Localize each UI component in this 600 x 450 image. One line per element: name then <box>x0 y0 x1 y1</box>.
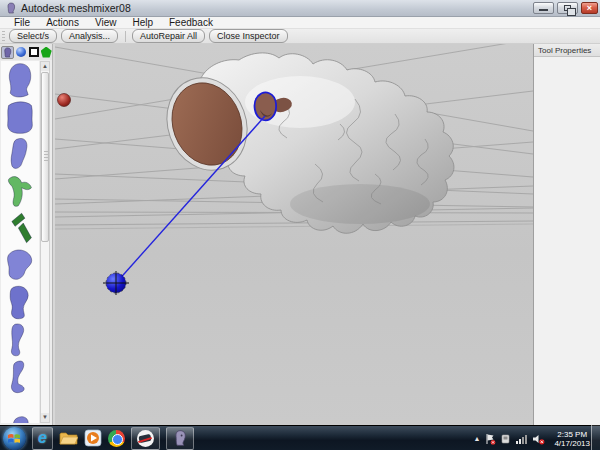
autorepair-all-button[interactable]: AutoRepair All <box>132 29 205 43</box>
action-center-flag-icon[interactable] <box>484 433 496 445</box>
start-button[interactable] <box>3 427 26 450</box>
chrome-icon <box>108 430 125 447</box>
close-icon: × <box>582 3 597 13</box>
menu-help[interactable]: Help <box>124 17 161 28</box>
close-inspector-button[interactable]: Close Inspector <box>209 29 288 43</box>
folder-icon <box>59 430 78 446</box>
title-bar[interactable]: Autodesk meshmixer08 × <box>0 0 600 17</box>
media-player-icon <box>84 429 102 447</box>
thumbnail-head-part[interactable] <box>2 62 38 98</box>
scrollbar-thumb[interactable] <box>41 72 49 242</box>
sphere-tool-icon[interactable] <box>15 46 27 59</box>
volume-muted-icon[interactable] <box>532 433 545 445</box>
meshmixer-taskbar-icon <box>172 429 188 447</box>
toolbar-separator <box>125 31 126 42</box>
taskbar-meshmixer-app[interactable] <box>166 427 194 450</box>
taskbar: e ▲ <box>0 425 600 450</box>
red-handle-sphere[interactable] <box>58 94 71 107</box>
minimize-icon <box>539 9 548 11</box>
toolbar: Select/s Analysis... AutoRepair All Clos… <box>0 29 600 44</box>
menu-feedback[interactable]: Feedback <box>161 17 221 28</box>
clock-date: 4/17/2013 <box>554 439 590 448</box>
menu-file[interactable]: File <box>6 17 38 28</box>
tool-properties-panel: Tool Properties <box>533 44 600 425</box>
parts-sidebar: ▲ ▼ <box>0 44 53 425</box>
show-desktop-button[interactable] <box>591 425 600 450</box>
thumbnail-blob-part[interactable] <box>2 247 38 283</box>
scroll-down-icon[interactable]: ▼ <box>41 413 49 422</box>
tool-properties-header[interactable]: Tool Properties <box>534 44 600 57</box>
select-button[interactable]: Select/s <box>9 29 57 43</box>
blue-handle-sphere[interactable] <box>103 271 129 295</box>
thumbnail-ear-part[interactable] <box>2 136 38 172</box>
menu-bar: File Actions View Help Feedback <box>0 17 600 29</box>
pentagon-glyph <box>41 47 52 58</box>
internet-explorer-icon: e <box>38 429 47 447</box>
polygon-tool-icon[interactable] <box>40 46 52 59</box>
thumbnail-small-part[interactable] <box>2 395 38 423</box>
meshmixer-app-icon <box>5 2 17 14</box>
analysis-button[interactable]: Analysis... <box>61 29 118 43</box>
taskbar-chrome[interactable] <box>108 427 125 450</box>
plane-tool-icon[interactable] <box>28 46 40 59</box>
restore-icon <box>564 5 571 11</box>
network-signal-icon[interactable] <box>515 433 528 445</box>
restore-button[interactable] <box>557 2 578 14</box>
clock-time: 2:35 PM <box>554 430 590 439</box>
thumbnail-torso-part[interactable] <box>2 284 38 320</box>
viewport-3d[interactable] <box>55 44 533 425</box>
close-button[interactable]: × <box>581 2 598 14</box>
sidebar-mode-icons <box>0 44 52 60</box>
sidebar-scrollbar[interactable]: ▲ ▼ <box>40 61 50 423</box>
head-glyph <box>2 47 13 58</box>
rocky-mesh[interactable] <box>154 53 454 233</box>
tray-clock[interactable]: 2:35 PM 4/17/2013 <box>554 430 590 448</box>
thumbnail-face-part[interactable] <box>2 99 38 135</box>
system-tray: ▲ 2:35 PM <box>473 426 590 450</box>
taskbar-media-player[interactable] <box>84 427 102 450</box>
thumbnail-limb-part[interactable] <box>2 321 38 357</box>
menu-actions[interactable]: Actions <box>38 17 87 28</box>
show-hidden-icons-icon[interactable]: ▲ <box>473 435 480 442</box>
window-title: Autodesk meshmixer08 <box>21 2 131 14</box>
thumbnail-branch-part[interactable] <box>2 173 38 209</box>
minimize-button[interactable] <box>533 2 554 14</box>
windows-flag-icon <box>8 433 20 444</box>
head-part-tool-icon[interactable] <box>1 46 14 59</box>
scene-canvas <box>55 44 533 425</box>
scroll-up-icon[interactable]: ▲ <box>41 62 49 71</box>
menu-view[interactable]: View <box>87 17 125 28</box>
square-glyph <box>29 47 39 57</box>
meshmixer-window: Autodesk meshmixer08 × File Actions View… <box>0 0 600 450</box>
taskbar-internet-explorer[interactable]: e <box>32 427 53 450</box>
device-tray-icon[interactable] <box>500 433 511 445</box>
toolbar-grip[interactable] <box>2 31 5 41</box>
thumbnail-sticks-part[interactable] <box>2 210 38 246</box>
sphere-glyph <box>16 47 26 57</box>
taskbar-windows-explorer[interactable] <box>59 427 78 450</box>
game-app-icon <box>137 430 154 447</box>
thumbnail-foot-part[interactable] <box>2 358 38 394</box>
taskbar-game-app[interactable] <box>131 427 160 450</box>
thumbnail-list <box>1 61 39 423</box>
